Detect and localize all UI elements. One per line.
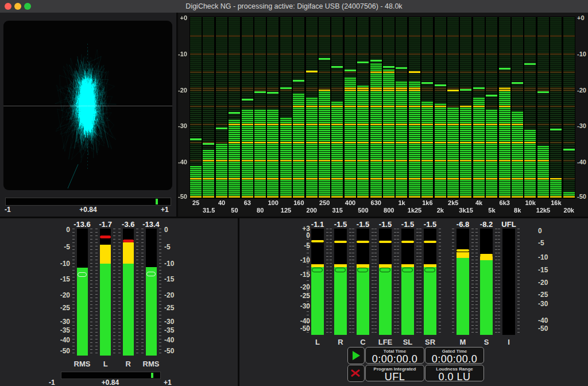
peak-hold-yellow [334,241,347,243]
meter-fill-green [424,267,436,335]
meter-channel-label: R [126,360,131,368]
level-meter-s-7 [480,229,493,335]
frequency-label: 12k5 [536,207,550,214]
frequency-label: 63 [244,199,251,206]
meter-scale-label: -30 [164,318,174,326]
meter-scale-label: -20 [293,283,310,291]
peak-hold-yellow [357,241,369,243]
divider-vertical-bottom [238,218,239,386]
frequency-label: 8k [514,207,521,214]
frequency-label: 40 [218,199,225,206]
meter-fill-green [77,268,88,356]
frequency-label: 160 [293,199,304,206]
correlation-bar-top [5,198,171,206]
peak-hold-yellow [401,241,414,243]
meter-tick-column [397,229,399,335]
meter-scale-label: -10 [538,253,548,261]
meter-tick-column [475,229,478,335]
start-measurement-button[interactable] [347,347,365,364]
meter-scale-label: -20 [538,279,548,287]
level-meter-i-8 [502,229,515,335]
meter-channel-label: C [360,338,365,346]
rms-marker [335,268,346,272]
meter-scale-label: -15 [538,266,548,274]
meter-tick-column [349,229,351,335]
loudness-cell-value: 0:00:00.0 [366,353,424,365]
frequency-label: 1k25 [408,207,421,214]
spectrum-scale-label: +0 [577,14,588,21]
meter-scale-label: -10 [293,256,310,264]
frequency-label: 125 [281,207,291,214]
rms-marker [402,268,413,272]
meter-tick-column [330,229,332,335]
correlation-max-label: +1 [161,206,169,214]
meter-tick-column [113,229,115,356]
meter-fill-green [457,258,469,335]
meter-tick-column [118,229,121,356]
meter-scale-label: -20 [53,291,70,299]
meter-tick-column [416,229,419,335]
meter-channel-label: I [508,338,510,346]
meter-fill-yellow [357,264,369,268]
meter-value-label: UFL [501,220,516,229]
meter-fill-yellow [379,264,392,268]
meter-scale-label: -5 [293,242,310,250]
meter-value-label: -1.7 [99,220,111,229]
meter-tick-column [419,229,421,335]
meter-value-label: -1.5 [379,220,392,229]
meter-scale-label: -25 [164,304,174,312]
level-meter-lfe-3 [379,229,392,335]
level-meter-rms-0 [77,229,88,356]
meter-tick-column [495,229,497,335]
level-meter-sl-4 [401,229,414,335]
meter-channel-label: R [338,338,343,346]
peak-hold-yellow [457,249,469,252]
meter-fill-green [123,264,134,356]
meter-scale-label: -5 [164,243,171,251]
frequency-label: 25 [192,199,199,206]
peak-hold-yellow [424,241,436,243]
peak-hold-red [100,236,111,238]
meter-channel-label: SL [403,338,413,346]
window-title: DigiCheck NG - processing active: Digifa… [0,0,588,13]
spectrum-scale-label: -30 [577,122,588,129]
meter-value-label: -1.5 [357,220,369,229]
spectrum-scale-label: -10 [170,51,187,57]
meter-scale-label: -30 [293,302,310,310]
divider-horizontal [0,217,588,218]
reset-measurement-button[interactable] [347,365,365,382]
meter-channel-label: L [103,360,108,368]
frequency-label: 10k [525,199,535,206]
meter-fill-green [480,260,493,335]
meter-channel-label: RMS [74,360,91,368]
rms-marker [146,272,156,276]
correlation-indicator [156,199,158,204]
meter-scale-label: -15 [53,275,70,283]
correlation-value-label: +0.84 [0,206,176,214]
frequency-label: 6k3 [500,199,510,206]
level-meter-r-2 [123,229,134,356]
meter-scale-label: -10 [53,260,70,268]
peak-hold-yellow [480,254,493,256]
meter-tick-column [136,229,138,356]
rms-marker [424,268,435,272]
peak-hold-red [123,240,134,242]
meter-scale-label: -30 [53,318,70,326]
meter-fill-yellow [334,264,347,268]
frequency-label: 315 [332,207,342,214]
meter-fill-green [334,267,347,335]
meter-tick-column [95,229,98,356]
meter-scale-label: -10 [164,260,174,268]
meter-fill-green [401,267,414,335]
rms-marker [357,268,368,272]
spectrum-scale-label: -40 [170,159,187,165]
correlation-max-label: +1 [164,379,172,386]
window-titlebar[interactable]: DigiCheck NG - processing active: Digifa… [0,0,588,13]
frequency-label: 1k [398,199,405,206]
meter-scale-label: -25 [538,291,548,299]
meter-value-label: -1.1 [311,220,324,229]
meter-scale-label: -20 [164,291,174,299]
meter-channel-label: RMS [143,360,160,368]
meter-scale-label: -40 [53,336,70,344]
spectrum-scale-label: -50 [577,193,588,200]
